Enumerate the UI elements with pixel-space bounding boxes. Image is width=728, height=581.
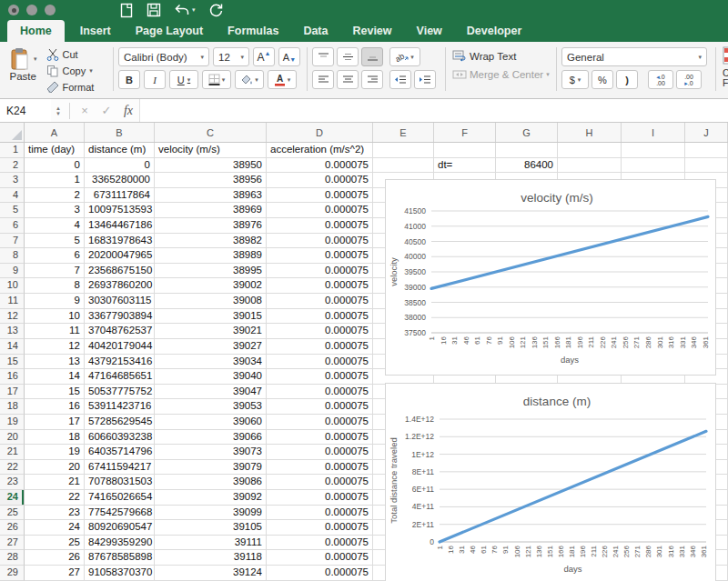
cell-A16[interactable]: 14: [25, 369, 85, 385]
cell-A28[interactable]: 26: [25, 550, 85, 566]
cell-A26[interactable]: 24: [25, 520, 85, 536]
cell-A4[interactable]: 2: [25, 188, 85, 204]
cell-B8[interactable]: 20200047965: [85, 248, 155, 264]
cell-B29[interactable]: 91058370370: [85, 566, 155, 581]
increase-decimal-button[interactable]: ◂.0.00: [648, 70, 673, 89]
cell-D1[interactable]: acceleration (m/s^2): [267, 143, 373, 158]
tab-insert[interactable]: Insert: [71, 21, 120, 42]
tab-view[interactable]: View: [408, 21, 451, 42]
cell-A14[interactable]: 12: [25, 339, 85, 355]
cell-C17[interactable]: 39047: [155, 385, 267, 400]
cell-C5[interactable]: 38969: [155, 203, 267, 218]
cell-A8[interactable]: 6: [25, 248, 85, 264]
increase-indent-button[interactable]: [414, 70, 436, 89]
cell-A6[interactable]: 4: [25, 218, 85, 234]
tab-review[interactable]: Review: [343, 21, 400, 42]
cell-C20[interactable]: 39066: [155, 430, 267, 446]
cell-B13[interactable]: 37048762537: [85, 324, 155, 339]
row-header-21[interactable]: 21: [0, 445, 25, 460]
cell-C16[interactable]: 39040: [155, 369, 267, 385]
cell-C26[interactable]: 39105: [155, 520, 267, 536]
merge-dropdown-caret[interactable]: ▾: [546, 71, 550, 78]
cell-A13[interactable]: 11: [25, 324, 85, 339]
wrap-text-button[interactable]: Wrap Text: [452, 50, 552, 62]
row-header-10[interactable]: 10: [0, 278, 25, 294]
tab-home[interactable]: Home: [7, 20, 65, 42]
decrease-font-size-button[interactable]: A▼: [278, 47, 300, 66]
cancel-icon[interactable]: ×: [74, 104, 96, 117]
row-header-28[interactable]: 28: [0, 550, 25, 566]
cell-H1[interactable]: [558, 143, 622, 158]
cut-button[interactable]: Cut: [46, 46, 95, 62]
chart-distance[interactable]: distance (m)02E+114E+116E+118E+111E+121.…: [385, 383, 716, 581]
cell-B7[interactable]: 16831978643: [85, 234, 155, 249]
row-header-23[interactable]: 23: [0, 475, 25, 490]
cell-D13[interactable]: 0.000075: [267, 324, 373, 339]
name-box-spinner[interactable]: ▲▼: [51, 105, 66, 116]
cell-B23[interactable]: 70788031503: [85, 475, 155, 490]
cell-D3[interactable]: 0.000075: [267, 173, 373, 188]
cell-D9[interactable]: 0.000075: [267, 264, 373, 279]
cell-A15[interactable]: 13: [25, 355, 85, 370]
cell-D12[interactable]: 0.000075: [267, 309, 373, 325]
formula-input[interactable]: [139, 99, 728, 122]
cell-B22[interactable]: 67411594217: [85, 460, 155, 476]
cell-C10[interactable]: 39002: [155, 278, 267, 294]
row-header-13[interactable]: 13: [0, 324, 25, 339]
percent-format-button[interactable]: %: [592, 70, 613, 89]
cell-J1[interactable]: [685, 143, 728, 158]
row-header-26[interactable]: 26: [0, 520, 25, 536]
cell-A17[interactable]: 15: [25, 385, 85, 400]
cell-A3[interactable]: 1: [25, 173, 85, 188]
cell-B12[interactable]: 33677903894: [85, 309, 155, 325]
column-header-H[interactable]: H: [558, 123, 622, 142]
cell-F1[interactable]: [434, 143, 496, 158]
cell-A12[interactable]: 10: [25, 309, 85, 325]
row-header-4[interactable]: 4: [0, 188, 25, 204]
row-header-2[interactable]: 2: [0, 158, 25, 174]
align-left-button[interactable]: [312, 70, 334, 89]
cell-C23[interactable]: 39086: [155, 475, 267, 490]
cell-J2[interactable]: [685, 158, 728, 174]
cell-B17[interactable]: 50537775752: [85, 385, 155, 400]
cell-D27[interactable]: 0.000075: [267, 536, 373, 551]
cell-C15[interactable]: 39034: [155, 355, 267, 370]
cell-D21[interactable]: 0.000075: [267, 445, 373, 460]
column-header-J[interactable]: J: [685, 123, 728, 142]
cell-B28[interactable]: 87678585898: [85, 550, 155, 566]
align-middle-button[interactable]: [337, 47, 359, 66]
comma-format-button[interactable]: ): [616, 70, 638, 89]
align-top-button[interactable]: [312, 47, 334, 66]
cell-D23[interactable]: 0.000075: [267, 475, 373, 490]
cell-A5[interactable]: 3: [25, 203, 85, 218]
row-header-29[interactable]: 29: [0, 566, 25, 581]
row-header-18[interactable]: 18: [0, 399, 25, 415]
row-header-8[interactable]: 8: [0, 248, 25, 264]
undo-dropdown-caret[interactable]: ▾: [192, 6, 196, 14]
cell-C25[interactable]: 39099: [155, 506, 267, 521]
cell-A27[interactable]: 25: [25, 536, 85, 551]
column-header-A[interactable]: A: [25, 123, 85, 142]
cell-B18[interactable]: 53911423716: [85, 399, 155, 415]
cell-C22[interactable]: 39079: [155, 460, 267, 476]
redo-icon[interactable]: [208, 3, 223, 17]
cell-B2[interactable]: 0: [85, 158, 155, 174]
cell-E1[interactable]: [373, 143, 434, 158]
column-header-F[interactable]: F: [434, 123, 496, 142]
cell-A18[interactable]: 16: [25, 399, 85, 415]
cell-A25[interactable]: 23: [25, 506, 85, 521]
row-header-20[interactable]: 20: [0, 430, 25, 446]
cell-B14[interactable]: 40420179044: [85, 339, 155, 355]
italic-button[interactable]: I: [144, 70, 166, 89]
cell-C24[interactable]: 39092: [155, 490, 267, 506]
cell-B9[interactable]: 23568675150: [85, 264, 155, 279]
underline-button[interactable]: U▾: [169, 70, 198, 89]
cell-B11[interactable]: 30307603115: [85, 294, 155, 309]
cell-A21[interactable]: 19: [25, 445, 85, 460]
row-header-3[interactable]: 3: [0, 173, 25, 188]
cell-E2[interactable]: [373, 158, 434, 174]
cell-A24[interactable]: 22: [25, 490, 85, 506]
cell-B15[interactable]: 43792153416: [85, 355, 155, 370]
row-header-6[interactable]: 6: [0, 218, 25, 234]
column-header-I[interactable]: I: [622, 123, 685, 142]
